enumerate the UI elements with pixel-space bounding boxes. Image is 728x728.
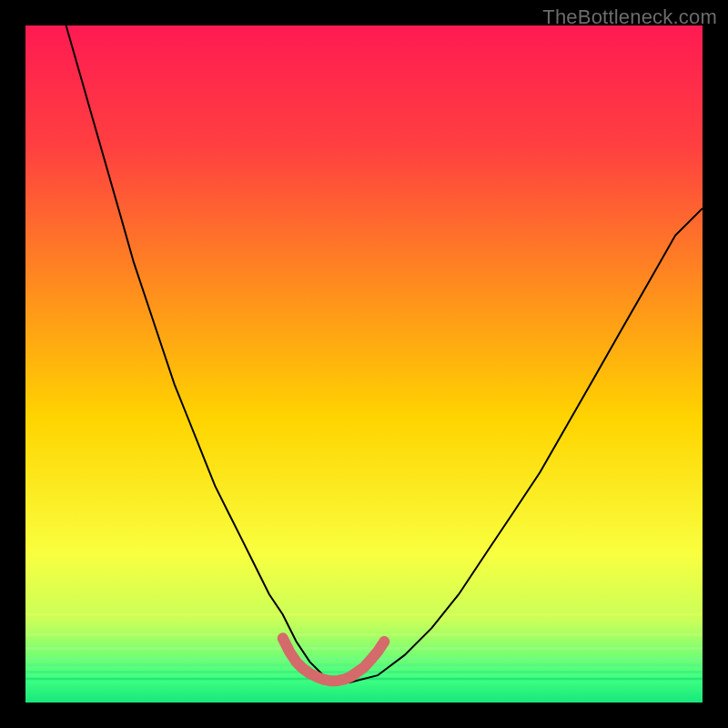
bottleneck-chart bbox=[25, 25, 703, 703]
chart-frame: TheBottleneck.com bbox=[0, 0, 728, 728]
